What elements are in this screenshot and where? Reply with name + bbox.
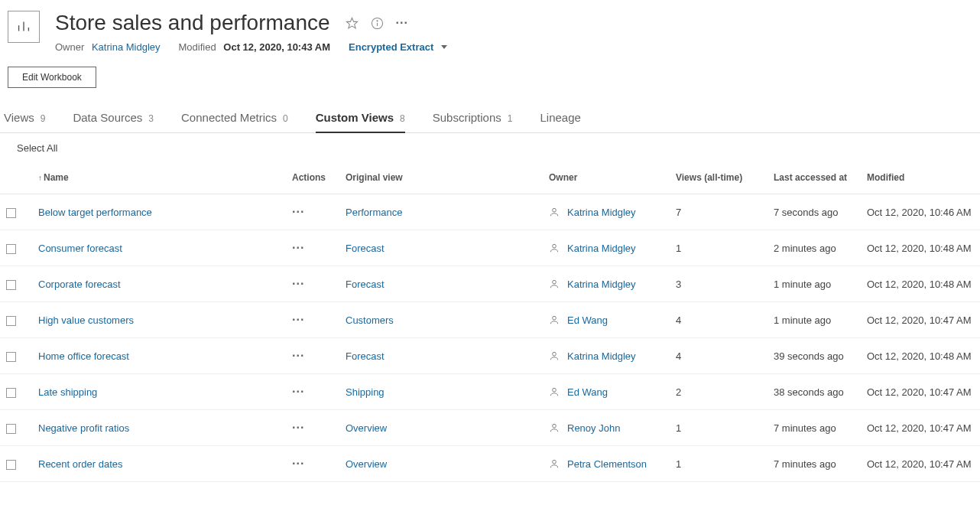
- original-view-link[interactable]: Forecast: [346, 243, 385, 254]
- chevron-down-icon: [441, 45, 447, 49]
- row-actions-icon[interactable]: ···: [292, 313, 304, 326]
- tab-label: Data Sources: [73, 111, 142, 124]
- custom-view-link[interactable]: Late shipping: [38, 386, 97, 398]
- col-actions: Actions: [286, 163, 339, 194]
- last-accessed-value: 2 minutes ago: [767, 230, 861, 266]
- custom-view-link[interactable]: Negative profit ratios: [38, 422, 129, 434]
- svg-marker-3: [346, 18, 357, 28]
- row-checkbox[interactable]: [6, 460, 16, 470]
- owner-link[interactable]: Katrina Midgley: [567, 207, 636, 218]
- modified-value: Oct 12, 2020, 10:47 AM: [861, 302, 980, 338]
- favorite-star-icon[interactable]: [346, 17, 359, 30]
- row-actions-icon[interactable]: ···: [292, 421, 304, 434]
- original-view-link[interactable]: Forecast: [346, 350, 385, 362]
- modified-value: Oct 12, 2020, 10:48 AM: [861, 230, 980, 266]
- col-modified[interactable]: Modified: [861, 163, 980, 194]
- svg-point-13: [553, 424, 557, 428]
- tab-count: 0: [283, 113, 288, 124]
- row-actions-icon[interactable]: ···: [292, 349, 304, 362]
- svg-point-6: [376, 20, 377, 21]
- col-views-alltime[interactable]: Views (all-time): [670, 163, 767, 194]
- original-view-link[interactable]: Customers: [346, 314, 394, 326]
- row-checkbox[interactable]: [6, 208, 16, 218]
- last-accessed-value: 1 minute ago: [767, 266, 861, 302]
- owner-link[interactable]: Petra Clementson: [567, 458, 647, 470]
- owner-link[interactable]: Katrina Midgley: [567, 279, 636, 290]
- row-checkbox[interactable]: [6, 424, 16, 434]
- original-view-link[interactable]: Forecast: [346, 279, 385, 290]
- row-actions-icon[interactable]: ···: [292, 457, 304, 470]
- modified-value: Oct 12, 2020, 10:48 AM: [861, 266, 980, 302]
- modified-value: Oct 12, 2020, 10:47 AM: [861, 446, 980, 482]
- page-header: Store sales and performance ···: [0, 0, 980, 53]
- tab-count: 9: [41, 113, 46, 124]
- modified-value: Oct 12, 2020, 10:48 AM: [861, 338, 980, 374]
- custom-view-link[interactable]: Home office forecast: [38, 350, 129, 362]
- encrypted-extract-dropdown[interactable]: Encrypted Extract: [349, 41, 447, 53]
- original-view-link[interactable]: Overview: [346, 422, 387, 434]
- svg-point-9: [553, 280, 557, 284]
- tab-count: 1: [508, 113, 513, 124]
- owner-link[interactable]: Renoy John: [567, 422, 620, 434]
- tab-label: Connected Metrics: [181, 111, 277, 124]
- svg-point-14: [553, 460, 557, 464]
- row-checkbox[interactable]: [6, 388, 16, 398]
- views-value: 7: [670, 194, 767, 230]
- custom-view-link[interactable]: High value customers: [38, 314, 134, 326]
- modified-value: Oct 12, 2020, 10:46 AM: [861, 194, 980, 230]
- edit-workbook-button[interactable]: Edit Workbook: [8, 67, 96, 88]
- owner-link[interactable]: Katrina Midgley: [567, 243, 636, 254]
- modified-meta: Modified Oct 12, 2020, 10:43 AM: [179, 41, 330, 53]
- col-owner[interactable]: Owner: [543, 163, 670, 194]
- modified-value: Oct 12, 2020, 10:47 AM: [861, 410, 980, 446]
- table-row: High value customers···CustomersEd Wang4…: [0, 302, 980, 338]
- tab-connected-metrics[interactable]: Connected Metrics0: [181, 111, 288, 132]
- row-actions-icon[interactable]: ···: [292, 277, 304, 290]
- owner-meta: Owner Katrina Midgley: [55, 41, 161, 53]
- custom-view-link[interactable]: Below target performance: [38, 207, 152, 218]
- row-actions-icon[interactable]: ···: [292, 241, 304, 254]
- col-last-accessed[interactable]: Last accessed at: [767, 163, 861, 194]
- views-value: 1: [670, 446, 767, 482]
- row-checkbox[interactable]: [6, 244, 16, 254]
- table-row: Negative profit ratios···OverviewRenoy J…: [0, 410, 980, 446]
- row-actions-icon[interactable]: ···: [292, 385, 304, 398]
- more-actions-icon[interactable]: ···: [396, 16, 408, 30]
- custom-view-link[interactable]: Recent order dates: [38, 458, 123, 470]
- owner-link[interactable]: Ed Wang: [567, 314, 608, 326]
- row-checkbox[interactable]: [6, 352, 16, 362]
- original-view-link[interactable]: Performance: [346, 207, 402, 218]
- svg-point-10: [553, 316, 557, 320]
- owner-link[interactable]: Katrina Midgley: [92, 41, 161, 53]
- last-accessed-value: 39 seconds ago: [767, 338, 861, 374]
- tab-lineage[interactable]: Lineage: [540, 111, 580, 132]
- custom-view-link[interactable]: Consumer forecast: [38, 243, 122, 254]
- select-all-link[interactable]: Select All: [17, 142, 57, 154]
- tab-custom-views[interactable]: Custom Views8: [316, 111, 405, 133]
- tab-subscriptions[interactable]: Subscriptions1: [433, 111, 513, 132]
- table-row: Below target performance···PerformanceKa…: [0, 194, 980, 230]
- tab-views[interactable]: Views9: [4, 111, 45, 132]
- svg-point-12: [553, 388, 557, 392]
- info-icon[interactable]: [371, 17, 384, 30]
- tab-count: 3: [148, 113, 154, 124]
- workbook-icon: [8, 11, 40, 43]
- original-view-link[interactable]: Shipping: [346, 386, 385, 398]
- table-row: Home office forecast···ForecastKatrina M…: [0, 338, 980, 374]
- tab-label: Views: [4, 111, 34, 124]
- col-name[interactable]: ↑Name: [26, 163, 286, 194]
- tab-data-sources[interactable]: Data Sources3: [73, 111, 154, 132]
- views-value: 1: [670, 410, 767, 446]
- table-row: Consumer forecast···ForecastKatrina Midg…: [0, 230, 980, 266]
- tabs: Views9Data Sources3Connected Metrics0Cus…: [0, 88, 980, 133]
- original-view-link[interactable]: Overview: [346, 458, 387, 470]
- row-actions-icon[interactable]: ···: [292, 205, 304, 218]
- table-row: Late shipping···ShippingEd Wang238 secon…: [0, 374, 980, 410]
- row-checkbox[interactable]: [6, 316, 16, 326]
- table-row: Corporate forecast···ForecastKatrina Mid…: [0, 266, 980, 302]
- row-checkbox[interactable]: [6, 280, 16, 290]
- col-original-view[interactable]: Original view: [339, 163, 543, 194]
- owner-link[interactable]: Katrina Midgley: [567, 350, 636, 362]
- owner-link[interactable]: Ed Wang: [567, 386, 608, 398]
- custom-view-link[interactable]: Corporate forecast: [38, 279, 121, 290]
